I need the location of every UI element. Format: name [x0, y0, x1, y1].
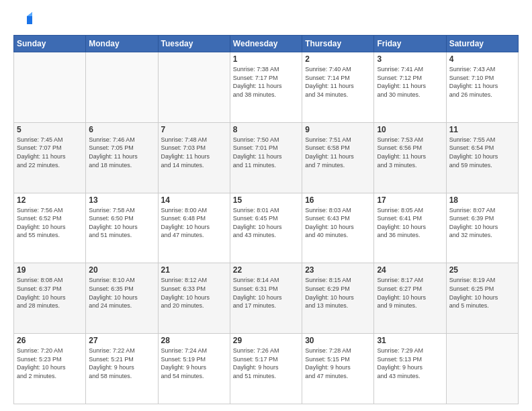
day-info: Sunrise: 7:53 AM Sunset: 6:56 PM Dayligh… [377, 136, 443, 169]
day-info: Sunrise: 7:51 AM Sunset: 6:58 PM Dayligh… [305, 136, 371, 169]
day-info: Sunrise: 8:19 AM Sunset: 6:25 PM Dayligh… [449, 276, 515, 310]
day-number: 17 [377, 195, 443, 205]
calendar-header-thursday: Thursday [302, 36, 374, 52]
day-info: Sunrise: 8:07 AM Sunset: 6:39 PM Dayligh… [449, 206, 515, 240]
calendar-table: SundayMondayTuesdayWednesdayThursdayFrid… [13, 35, 519, 404]
day-info: Sunrise: 7:56 AM Sunset: 6:52 PM Dayligh… [17, 206, 83, 240]
calendar-cell: 9Sunrise: 7:51 AM Sunset: 6:58 PM Daylig… [302, 122, 374, 193]
day-info: Sunrise: 7:40 AM Sunset: 7:14 PM Dayligh… [305, 65, 371, 99]
day-info: Sunrise: 7:24 AM Sunset: 5:19 PM Dayligh… [161, 347, 227, 380]
day-number: 14 [161, 195, 227, 205]
calendar-header-friday: Friday [374, 36, 446, 52]
header [13, 11, 519, 30]
calendar-week-row: 19Sunrise: 8:08 AM Sunset: 6:37 PM Dayli… [14, 263, 519, 334]
calendar-cell: 16Sunrise: 8:03 AM Sunset: 6:43 PM Dayli… [302, 193, 374, 263]
calendar-cell: 12Sunrise: 7:56 AM Sunset: 6:52 PM Dayli… [14, 193, 86, 263]
calendar-cell: 21Sunrise: 8:12 AM Sunset: 6:33 PM Dayli… [158, 263, 230, 334]
calendar-cell [14, 52, 86, 123]
day-info: Sunrise: 8:17 AM Sunset: 6:27 PM Dayligh… [377, 276, 443, 310]
calendar-cell: 29Sunrise: 7:26 AM Sunset: 5:17 PM Dayli… [230, 334, 302, 404]
calendar-cell: 14Sunrise: 8:00 AM Sunset: 6:48 PM Dayli… [158, 193, 230, 263]
calendar-cell: 11Sunrise: 7:55 AM Sunset: 6:54 PM Dayli… [446, 122, 518, 193]
day-info: Sunrise: 8:12 AM Sunset: 6:33 PM Dayligh… [161, 276, 227, 310]
day-number: 12 [17, 195, 83, 205]
calendar-cell: 1Sunrise: 7:38 AM Sunset: 7:17 PM Daylig… [230, 52, 302, 123]
calendar-cell: 4Sunrise: 7:43 AM Sunset: 7:10 PM Daylig… [446, 52, 518, 123]
calendar-cell: 18Sunrise: 8:07 AM Sunset: 6:39 PM Dayli… [446, 193, 518, 263]
calendar-cell: 3Sunrise: 7:41 AM Sunset: 7:12 PM Daylig… [374, 52, 446, 123]
day-info: Sunrise: 7:58 AM Sunset: 6:50 PM Dayligh… [89, 206, 154, 240]
calendar-cell: 22Sunrise: 8:14 AM Sunset: 6:31 PM Dayli… [230, 263, 302, 334]
day-number: 23 [305, 265, 371, 275]
day-info: Sunrise: 8:00 AM Sunset: 6:48 PM Dayligh… [161, 206, 227, 240]
calendar-cell: 10Sunrise: 7:53 AM Sunset: 6:56 PM Dayli… [374, 122, 446, 193]
calendar-cell: 20Sunrise: 8:10 AM Sunset: 6:35 PM Dayli… [86, 263, 158, 334]
calendar-cell: 15Sunrise: 8:01 AM Sunset: 6:45 PM Dayli… [230, 193, 302, 263]
calendar-header-sunday: Sunday [14, 36, 86, 52]
calendar-cell [86, 52, 158, 123]
day-number: 11 [449, 125, 515, 134]
calendar-week-row: 26Sunrise: 7:20 AM Sunset: 5:23 PM Dayli… [14, 334, 519, 404]
calendar-cell: 17Sunrise: 8:05 AM Sunset: 6:41 PM Dayli… [374, 193, 446, 263]
calendar-cell: 19Sunrise: 8:08 AM Sunset: 6:37 PM Dayli… [14, 263, 86, 334]
day-info: Sunrise: 8:10 AM Sunset: 6:35 PM Dayligh… [89, 276, 154, 310]
calendar-cell: 27Sunrise: 7:22 AM Sunset: 5:21 PM Dayli… [86, 334, 158, 404]
day-number: 5 [17, 125, 83, 134]
day-number: 13 [89, 195, 154, 205]
calendar-cell [158, 52, 230, 123]
logo [13, 11, 35, 30]
day-info: Sunrise: 7:22 AM Sunset: 5:21 PM Dayligh… [89, 347, 154, 380]
day-number: 1 [233, 54, 299, 64]
day-info: Sunrise: 7:29 AM Sunset: 5:13 PM Dayligh… [377, 347, 443, 380]
calendar-week-row: 1Sunrise: 7:38 AM Sunset: 7:17 PM Daylig… [14, 52, 519, 123]
svg-marker-1 [27, 16, 32, 24]
day-info: Sunrise: 7:28 AM Sunset: 5:15 PM Dayligh… [305, 347, 371, 380]
day-info: Sunrise: 7:48 AM Sunset: 7:03 PM Dayligh… [161, 136, 227, 169]
calendar-header-row: SundayMondayTuesdayWednesdayThursdayFrid… [14, 36, 519, 52]
calendar-week-row: 12Sunrise: 7:56 AM Sunset: 6:52 PM Dayli… [14, 193, 519, 263]
day-number: 28 [161, 336, 227, 345]
page: SundayMondayTuesdayWednesdayThursdayFrid… [0, 0, 532, 411]
day-info: Sunrise: 7:38 AM Sunset: 7:17 PM Dayligh… [233, 65, 299, 99]
day-number: 8 [233, 125, 299, 134]
calendar-cell: 28Sunrise: 7:24 AM Sunset: 5:19 PM Dayli… [158, 334, 230, 404]
day-number: 22 [233, 265, 299, 275]
day-number: 9 [305, 125, 371, 134]
day-info: Sunrise: 7:55 AM Sunset: 6:54 PM Dayligh… [449, 136, 515, 169]
calendar-cell: 5Sunrise: 7:45 AM Sunset: 7:07 PM Daylig… [14, 122, 86, 193]
day-info: Sunrise: 7:46 AM Sunset: 7:05 PM Dayligh… [89, 136, 154, 169]
calendar-cell: 30Sunrise: 7:28 AM Sunset: 5:15 PM Dayli… [302, 334, 374, 404]
day-info: Sunrise: 7:50 AM Sunset: 7:01 PM Dayligh… [233, 136, 299, 169]
day-info: Sunrise: 7:41 AM Sunset: 7:12 PM Dayligh… [377, 65, 443, 99]
day-number: 16 [305, 195, 371, 205]
day-number: 31 [377, 336, 443, 345]
calendar-week-row: 5Sunrise: 7:45 AM Sunset: 7:07 PM Daylig… [14, 122, 519, 193]
calendar-header-tuesday: Tuesday [158, 36, 230, 52]
day-number: 24 [377, 265, 443, 275]
calendar-cell: 2Sunrise: 7:40 AM Sunset: 7:14 PM Daylig… [302, 52, 374, 123]
calendar-cell [446, 334, 518, 404]
calendar-cell: 6Sunrise: 7:46 AM Sunset: 7:05 PM Daylig… [86, 122, 158, 193]
day-number: 2 [305, 54, 371, 64]
calendar-cell: 31Sunrise: 7:29 AM Sunset: 5:13 PM Dayli… [374, 334, 446, 404]
day-number: 27 [89, 336, 154, 345]
calendar-header-monday: Monday [86, 36, 158, 52]
calendar-cell: 25Sunrise: 8:19 AM Sunset: 6:25 PM Dayli… [446, 263, 518, 334]
day-info: Sunrise: 7:20 AM Sunset: 5:23 PM Dayligh… [17, 347, 83, 380]
day-info: Sunrise: 8:01 AM Sunset: 6:45 PM Dayligh… [233, 206, 299, 240]
day-info: Sunrise: 7:45 AM Sunset: 7:07 PM Dayligh… [17, 136, 83, 169]
day-info: Sunrise: 8:14 AM Sunset: 6:31 PM Dayligh… [233, 276, 299, 310]
day-number: 4 [449, 54, 515, 64]
calendar-cell: 13Sunrise: 7:58 AM Sunset: 6:50 PM Dayli… [86, 193, 158, 263]
day-info: Sunrise: 8:05 AM Sunset: 6:41 PM Dayligh… [377, 206, 443, 240]
day-number: 15 [233, 195, 299, 205]
day-number: 29 [233, 336, 299, 345]
calendar-header-wednesday: Wednesday [230, 36, 302, 52]
day-number: 21 [161, 265, 227, 275]
day-info: Sunrise: 8:15 AM Sunset: 6:29 PM Dayligh… [305, 276, 371, 310]
day-info: Sunrise: 7:43 AM Sunset: 7:10 PM Dayligh… [449, 65, 515, 99]
calendar-header-saturday: Saturday [446, 36, 518, 52]
day-info: Sunrise: 8:08 AM Sunset: 6:37 PM Dayligh… [17, 276, 83, 310]
day-number: 3 [377, 54, 443, 64]
day-number: 19 [17, 265, 83, 275]
